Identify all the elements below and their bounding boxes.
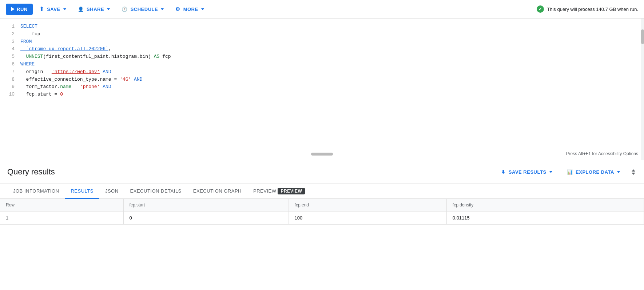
line-numbers: 12345678910 [0,21,17,157]
schedule-dropdown-arrow [161,8,164,10]
save-icon [39,6,45,12]
results-table: Rowfcp.startfcp.endfcp.density101000.011… [0,199,644,225]
editor-scrollbar[interactable] [641,19,644,160]
expand-up-icon [632,169,635,172]
explore-data-label: EXPLORE DATA [576,169,614,175]
code-token-fn: AS [154,54,160,59]
editor-scrollbar-hint [311,153,333,156]
table-cell: 1 [0,212,123,225]
results-tabs: JOB INFORMATIONRESULTSJSONEXECUTION DETA… [0,184,644,199]
save-dropdown-arrow [63,8,66,10]
toolbar-status: ✓ This query will process 140.7 GB when … [537,5,638,13]
line-number: 4 [3,45,15,53]
code-token-str: '4G' [120,77,131,82]
line-number: 2 [3,31,15,38]
table-header: fcp.end [289,199,446,212]
code-line: origin = 'https://web.dev' AND [20,68,641,76]
share-icon [78,7,85,12]
code-token-fn: name [60,84,71,89]
scrollbar-thumb[interactable] [641,29,644,44]
line-number: 10 [3,91,15,98]
status-message: This query will process 140.7 GB when ru… [547,7,638,12]
share-label: SHARE [87,7,104,12]
line-number: 6 [3,61,15,68]
code-token-url-str: 'https://web.dev' [52,69,100,74]
share-button[interactable]: SHARE [73,4,115,15]
results-header: Query results SAVE RESULTS EXPLORE DATA [0,160,644,184]
table-row: 101000.01115 [0,212,644,225]
code-token-kw: AND [134,77,142,82]
line-number: 7 [3,68,15,76]
code-token-ident [131,77,134,82]
results-actions: SAVE RESULTS EXPLORE DATA [497,166,637,178]
table-cell: 0 [123,212,289,225]
status-check-icon: ✓ [537,5,544,13]
line-number: 1 [3,23,15,31]
code-token-ident: , [108,46,111,52]
code-token-kw: WHERE [20,61,35,67]
line-number: 5 [3,53,15,61]
explore-data-icon [567,169,574,175]
table-cell: 100 [289,212,446,225]
code-token-kw: AND [103,69,111,74]
tab-exec-graph[interactable]: EXECUTION GRAPH [187,184,247,199]
tab-preview[interactable]: PREVIEWPREVIEW [247,184,311,199]
results-area: Query results SAVE RESULTS EXPLORE DATA … [0,160,644,225]
more-button[interactable]: MORE [170,3,209,15]
schedule-label: SCHEDULE [131,7,158,12]
table-header: fcp.start [123,199,289,212]
accessibility-hint: Press Alt+F1 for Accessibility Options [566,151,638,156]
explore-data-dropdown-arrow [617,171,620,173]
expand-collapse-button[interactable] [630,168,637,176]
code-token-kw: AND [103,84,111,89]
tab-preview-badge: PREVIEW [278,188,305,194]
code-line: FROM [20,38,641,46]
code-token-str: 'phone' [80,84,100,89]
code-token-ident: (first_contentful_paint.histogram.bin) [43,54,154,59]
save-results-icon [501,169,506,175]
table-header: Row [0,199,123,212]
code-token-kw: SELECT [20,24,37,29]
code-line: fcp [20,31,641,38]
table-header: fcp.density [446,199,644,212]
code-line: form_factor.name = 'phone' AND [20,83,641,91]
line-number: 3 [3,38,15,46]
tab-json[interactable]: JSON [99,184,124,199]
schedule-icon [122,7,128,12]
code-token-ident: = [71,84,80,89]
code-token-ident: form_factor. [20,84,60,89]
expand-down-icon [632,173,635,175]
code-line: effective_connection_type.name = '4G' AN… [20,76,641,84]
schedule-button[interactable]: SCHEDULE [116,4,169,15]
more-dropdown-arrow [201,8,204,10]
code-line: UNNEST(first_contentful_paint.histogram.… [20,53,641,61]
code-content[interactable]: SELECT fcpFROM `chrome-ux-report.all.202… [17,21,644,157]
code-token-fn: UNNEST [20,54,43,59]
save-results-button[interactable]: SAVE RESULTS [497,166,556,178]
line-number: 9 [3,83,15,91]
tab-label: PREVIEW [253,188,276,194]
tab-exec-details[interactable]: EXECUTION DETAILS [124,184,187,199]
explore-data-button[interactable]: EXPLORE DATA [562,166,624,178]
code-line: WHERE [20,61,641,68]
code-token-ident: fcp [20,31,40,37]
run-button[interactable]: RUN [6,4,33,15]
table-cell: 0.01115 [446,212,644,225]
save-button[interactable]: SAVE [34,3,71,15]
more-label: MORE [183,7,198,12]
code-token-tbl: `chrome-ux-report.all.202206` [20,46,108,52]
code-line: fcp.start = 0 [20,91,641,98]
code-line: SELECT [20,23,641,31]
results-title: Query results [7,167,55,177]
run-label: RUN [17,7,28,12]
line-number: 8 [3,76,15,84]
code-editor[interactable]: 12345678910 SELECT fcpFROM `chrome-ux-re… [0,19,644,160]
tab-job-info[interactable]: JOB INFORMATION [7,184,65,199]
tab-results[interactable]: RESULTS [65,184,99,199]
code-line: `chrome-ux-report.all.202206`, [20,45,641,53]
code-token-ident: effective_connection_type.name = [20,77,120,82]
toolbar: RUN SAVE SHARE SCHEDULE MORE ✓ This quer… [0,0,644,19]
code-token-ident: origin = [20,69,52,74]
save-results-dropdown-arrow [549,171,552,173]
more-icon [175,6,181,12]
